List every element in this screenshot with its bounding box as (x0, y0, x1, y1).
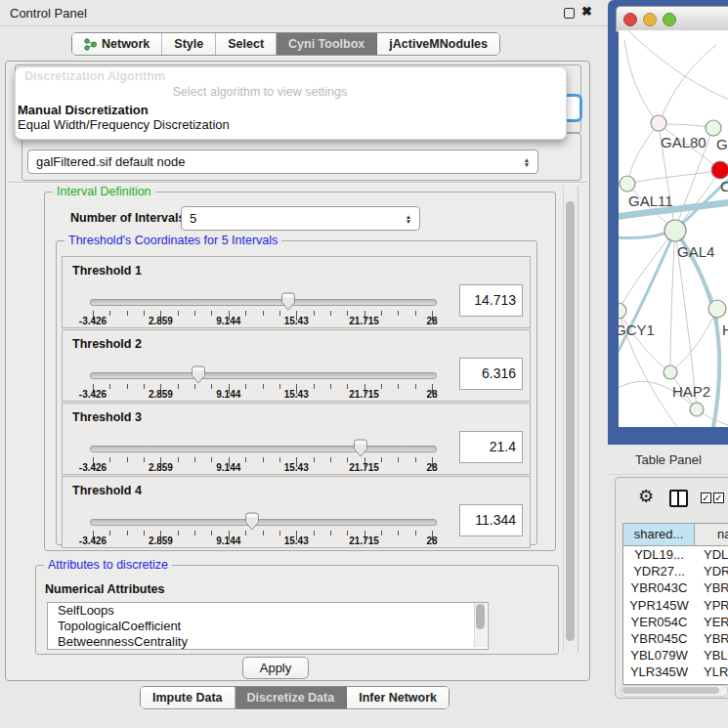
table-row[interactable]: YBR045CYBR0 (623, 630, 728, 647)
tab-network[interactable]: Network (72, 33, 162, 55)
screen: Control Panel ✖ NetworkStyleSelectCyni T… (0, 0, 728, 728)
network-edge[interactable] (619, 311, 670, 372)
slider-tick (127, 531, 128, 535)
columns-icon[interactable] (669, 490, 688, 507)
panel-scrollbar-thumb[interactable] (566, 201, 575, 641)
network-edge[interactable] (627, 124, 659, 184)
close-traffic-light[interactable] (623, 13, 637, 26)
network-icon (84, 38, 97, 51)
panel-scrollbar[interactable] (563, 186, 578, 653)
network-edge[interactable] (619, 231, 675, 358)
slider-tick (415, 531, 416, 535)
network-node[interactable] (711, 161, 728, 179)
bottom-tab-impute-data[interactable]: Impute Data (141, 687, 236, 708)
network-node[interactable] (620, 176, 635, 192)
column-header-name[interactable]: na (695, 524, 728, 545)
table-horizontal-scrollbar[interactable] (621, 685, 728, 697)
table-row[interactable]: YBL079WYBL0 (623, 647, 728, 664)
threshold-slider-thumb[interactable] (279, 292, 297, 316)
cell-name: YPR1 (695, 597, 728, 614)
slider-tick (127, 311, 128, 316)
threshold-value-field[interactable]: 21.4 (459, 431, 523, 463)
attributes-group-title: Attributes to discretize (44, 558, 172, 572)
attributes-list-scrollbar-thumb[interactable] (476, 604, 485, 629)
slider-tick-label: 21.715 (349, 389, 379, 400)
slider-tick-label: 28 (426, 389, 437, 400)
algorithm-dropdown-popup: Discretization Algorithm Select algorith… (15, 66, 567, 140)
network-view-canvas[interactable]: GAL80GACGAL11GAL4GCY1HHAP2 (619, 30, 728, 427)
slider-tick-label: 28 (426, 462, 437, 473)
close-icon[interactable]: ✖ (581, 4, 592, 19)
network-edge[interactable] (670, 230, 675, 372)
threshold-value-field[interactable]: 11.344 (459, 504, 523, 536)
bottom-tab-infer-network[interactable]: Infer Network (347, 687, 449, 708)
attribute-list-item[interactable]: BetweennessCentrality (48, 634, 488, 650)
network-node[interactable] (708, 300, 726, 318)
network-edge[interactable] (627, 170, 720, 184)
attribute-list-item[interactable]: SelfLoops (48, 603, 488, 619)
number-of-intervals-value: 5 (182, 211, 402, 226)
table-header-row: shared... na (623, 524, 728, 546)
threshold-slider-track[interactable] (90, 446, 437, 452)
tab-cyni-toolbox[interactable]: Cyni Toolbox (277, 33, 377, 55)
bottom-tab-label: Infer Network (359, 691, 437, 705)
cell-name: YLR3 (695, 664, 728, 680)
network-edge[interactable] (619, 230, 675, 311)
slider-tick (178, 311, 179, 316)
table-horizontal-scrollbar-thumb[interactable] (622, 687, 719, 694)
threshold-slider-thumb[interactable] (352, 439, 369, 462)
tab-select[interactable]: Select (216, 33, 277, 55)
table-row[interactable]: YLR345WYLR3 (623, 664, 728, 680)
tab-jactivemnodules[interactable]: jActiveMNodules (377, 33, 499, 55)
tab-style[interactable]: Style (162, 33, 216, 55)
cell-name: YER0 (695, 614, 728, 630)
table-row[interactable]: YDR27...YDR2 (623, 563, 728, 579)
table-row[interactable]: YBR043CYBR0 (623, 579, 728, 596)
numerical-attributes-list[interactable]: SelfLoopsTopologicalCoefficientBetweenne… (47, 602, 489, 650)
algorithm-placeholder-option[interactable]: Select algorithm to view settings (152, 85, 367, 99)
network-node[interactable] (651, 115, 666, 131)
network-node[interactable] (706, 120, 721, 136)
network-edge[interactable] (628, 30, 728, 101)
network-edge[interactable] (670, 309, 717, 372)
table-row[interactable]: YPR145WYPR1 (623, 597, 728, 614)
bottom-tab-discretize-data[interactable]: Discretize Data (236, 687, 348, 708)
popup-item-manual-discretization[interactable]: Manual Discretization (18, 103, 149, 117)
attributes-list-scrollbar[interactable] (474, 603, 487, 647)
table-row[interactable]: YER054CYER0 (623, 614, 728, 630)
number-of-intervals-label: Number of Intervals (70, 211, 185, 225)
column-header-shared[interactable]: shared... (623, 524, 695, 545)
network-node[interactable] (690, 403, 704, 416)
threshold-value-field[interactable]: 6.316 (459, 358, 523, 390)
node-table[interactable]: shared... na YDL19...YDL1YDR27...YDR2YBR… (622, 523, 728, 685)
gear-icon[interactable]: ⚙ (638, 488, 654, 505)
number-of-intervals-combobox[interactable]: 5 ▲▼ (181, 206, 420, 231)
threshold-slider-track[interactable] (90, 299, 437, 306)
checkbox-icon[interactable]: ✓ (701, 492, 711, 503)
attribute-list-item[interactable]: TopologicalCoefficient (48, 619, 488, 634)
threshold-slider-track[interactable] (90, 519, 437, 526)
float-window-icon[interactable] (564, 8, 575, 19)
checkbox-icon[interactable]: ✓ (713, 492, 724, 503)
network-edge[interactable] (675, 170, 720, 230)
network-node-label: GAL11 (628, 193, 673, 209)
minimize-traffic-light[interactable] (643, 13, 657, 26)
zoom-traffic-light[interactable] (663, 13, 676, 26)
slider-tick (263, 311, 264, 316)
slider-tick (109, 531, 110, 535)
cell-shared-name: YDR27... (623, 563, 695, 579)
table-data-combobox[interactable]: galFiltered.sif default node ▲▼ (27, 150, 538, 174)
threshold-slider-thumb[interactable] (190, 365, 207, 389)
threshold-value-field[interactable]: 14.713 (459, 284, 523, 317)
network-node[interactable] (619, 303, 626, 319)
threshold-slider-track[interactable] (90, 372, 437, 379)
slider-tick (398, 457, 399, 462)
network-node[interactable] (664, 365, 677, 379)
threshold-slider-thumb[interactable] (243, 512, 261, 535)
table-row[interactable]: YDL19...YDL1 (623, 546, 728, 563)
network-edge[interactable] (659, 45, 716, 124)
apply-button[interactable]: Apply (242, 657, 309, 679)
spinner-arrows-icon: ▲▼ (520, 157, 537, 167)
network-node[interactable] (664, 220, 686, 241)
popup-item-equal-width-frequency[interactable]: Equal Width/Frequency Discretization (18, 117, 230, 132)
